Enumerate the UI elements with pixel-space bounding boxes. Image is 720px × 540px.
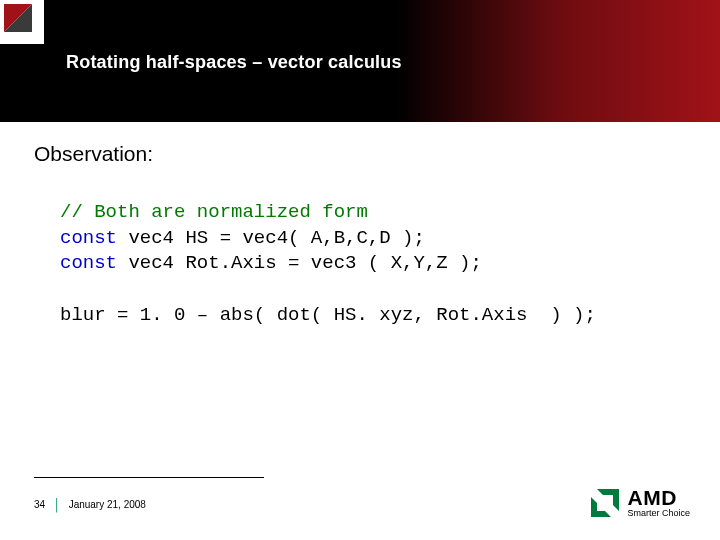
amd-logo: AMD Smarter Choice: [591, 487, 690, 518]
footer-separator-icon: │: [53, 500, 61, 510]
code-text: blur = 1. 0 – abs( dot( HS. xyz, Rot.Axi…: [60, 304, 596, 326]
amd-arrow-icon: [591, 489, 619, 517]
code-comment: // Both are normalized form: [60, 201, 368, 223]
page-number: 34: [34, 499, 45, 510]
code-keyword: const: [60, 252, 117, 274]
slide: Rotating half-spaces – vector calculus O…: [0, 0, 720, 540]
slide-title: Rotating half-spaces – vector calculus: [66, 52, 402, 73]
slide-content: Observation: // Both are normalized form…: [34, 142, 692, 328]
code-text: vec4 Rot.Axis = vec3 ( X,Y,Z );: [117, 252, 482, 274]
amd-tagline: Smarter Choice: [627, 509, 690, 518]
amd-name: AMD: [627, 487, 690, 508]
amd-text: AMD Smarter Choice: [627, 487, 690, 518]
corner-logo-icon: [4, 4, 32, 32]
footer-date: January 21, 2008: [69, 499, 146, 510]
code-text: vec4 HS = vec4( A,B,C,D );: [117, 227, 425, 249]
footer-rule: [34, 477, 264, 478]
observation-heading: Observation:: [34, 142, 692, 166]
code-block: // Both are normalized form const vec4 H…: [60, 200, 692, 328]
code-keyword: const: [60, 227, 117, 249]
footer: 34 │ January 21, 2008: [34, 499, 146, 510]
